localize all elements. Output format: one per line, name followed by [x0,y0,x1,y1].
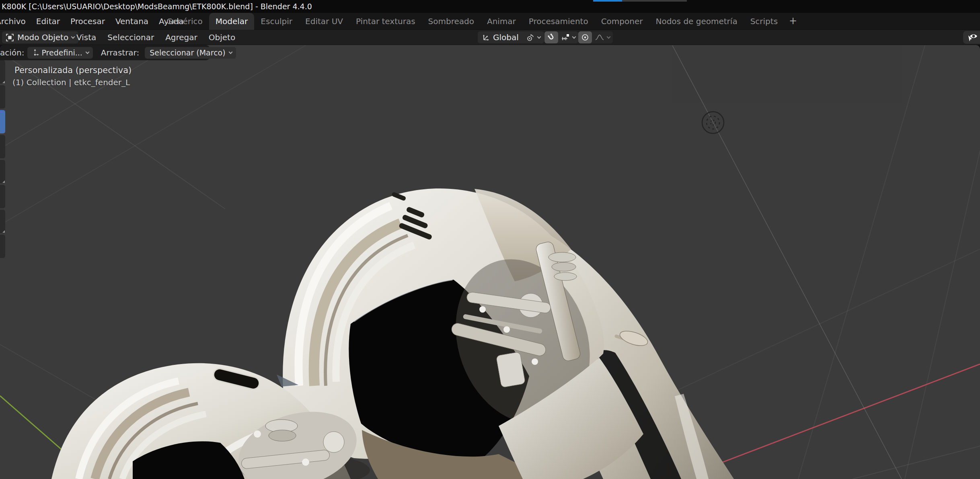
drag-mode-value: Seleccionar (Marco) [150,48,225,57]
add-workspace-button[interactable]: + [784,13,802,30]
tool-settings-panel: ación: Predefini... Arrastrar: Seleccion… [0,45,210,60]
preset-value: Predefini... [41,48,82,57]
menu-editar[interactable]: Editar [31,13,65,30]
menu-objeto[interactable]: Objeto [203,30,241,45]
tab-pintar-texturas[interactable]: Pintar texturas [349,13,422,30]
topbar: Archivo Editar Procesar Ventana Ayuda Ge… [0,13,980,30]
proportional-editing-toggle[interactable] [578,31,592,43]
snap-increments-icon [561,33,570,41]
mode-selector[interactable]: Modo Objeto [2,31,78,43]
drag-mode-dropdown[interactable]: Seleccionar (Marco) [145,47,236,59]
tab-esculpir[interactable]: Esculpir [254,13,299,30]
tool-button[interactable] [0,60,5,84]
subtool-triangle-icon [2,81,5,83]
view-name-overlay: Personalizada (perspectiva) [14,66,131,75]
axis-x-red [678,364,980,479]
active-object-overlay: (1) Collection | etkc_fender_L [12,78,130,87]
tab-animar[interactable]: Animar [481,13,522,30]
tool-button[interactable] [0,185,5,208]
menu-seleccionar[interactable]: Seleccionar [102,30,160,45]
chevron-down-icon [607,35,611,39]
proportional-editing-controls [578,31,613,43]
snap-target-dropdown[interactable] [558,31,578,43]
orientation-setting-label: ación: [0,48,24,57]
tab-procesamiento[interactable]: Procesamiento [522,13,595,30]
tool-button[interactable] [0,210,5,233]
subtool-triangle-icon [2,230,5,233]
falloff-dropdown[interactable] [592,31,613,43]
menu-ventana[interactable]: Ventana [110,13,154,30]
subtool-triangle-icon [2,180,5,183]
toolbox [0,60,6,260]
titlebar-blue-strip [593,0,622,2]
drag-setting-label: Arrastrar: [101,48,139,57]
tool-button[interactable] [0,160,5,183]
pivot-point-icon [526,33,535,42]
tool-button[interactable] [0,135,5,158]
orientation-label: Global [493,33,519,42]
cursor-eye-icon [967,32,979,43]
3d-viewport[interactable]: ación: Predefini... Arrastrar: Seleccion… [0,45,980,479]
title-bar: K800K [C:\Users\USUARIO\Desktop\ModsBeam… [0,0,980,13]
pivot-point-dropdown[interactable] [523,31,544,43]
tab-scripts[interactable]: Scripts [744,13,784,30]
transform-preset-icon [31,49,39,57]
snap-controls [544,31,578,43]
tab-modelar[interactable]: Modelar [209,13,255,30]
object-visibility-dropdown[interactable] [963,31,980,44]
chevron-down-icon [85,50,89,54]
tool-button-active[interactable] [0,110,5,133]
chevron-down-icon [537,35,541,39]
viewport-3d-scene [0,45,980,479]
falloff-curve-icon [595,33,604,41]
workspace-tabs: Genérico Modelar Esculpir Editar UV Pint… [160,13,802,30]
tab-componer[interactable]: Componer [595,13,649,30]
menu-procesar[interactable]: Procesar [65,13,110,30]
magnet-icon [547,33,555,41]
tab-editar-uv[interactable]: Editar UV [299,13,349,30]
light-object-line [672,45,902,479]
chevron-down-icon [572,35,576,39]
tool-button[interactable] [0,85,5,108]
mode-label: Modo Objeto [17,33,68,42]
menu-vista[interactable]: Vista [71,30,102,45]
chevron-down-icon [228,50,232,54]
proportional-circle-icon [581,33,589,41]
blender-window: K800K [C:\Users\USUARIO\Desktop\ModsBeam… [0,0,980,479]
viewport-menus: Vista Seleccionar Agregar Objeto [71,30,241,45]
window-title: K800K [C:\Users\USUARIO\Desktop\ModsBeam… [2,0,312,13]
tool-button[interactable] [0,235,5,258]
tab-sombreado[interactable]: Sombreado [422,13,481,30]
tab-nodos-geometria[interactable]: Nodos de geometría [649,13,744,30]
object-mode-icon [6,34,14,41]
tab-generico[interactable]: Genérico [160,13,209,30]
menu-archivo[interactable]: Archivo [0,13,31,30]
menu-agregar[interactable]: Agregar [160,30,203,45]
orientation-preset-dropdown[interactable]: Predefini... [27,47,92,59]
titlebar-gray-strip [622,0,687,2]
snap-toggle[interactable] [544,31,558,43]
viewport-header: Modo Objeto Vista Seleccionar Agregar Ob… [0,30,980,45]
axes-icon [482,33,490,41]
